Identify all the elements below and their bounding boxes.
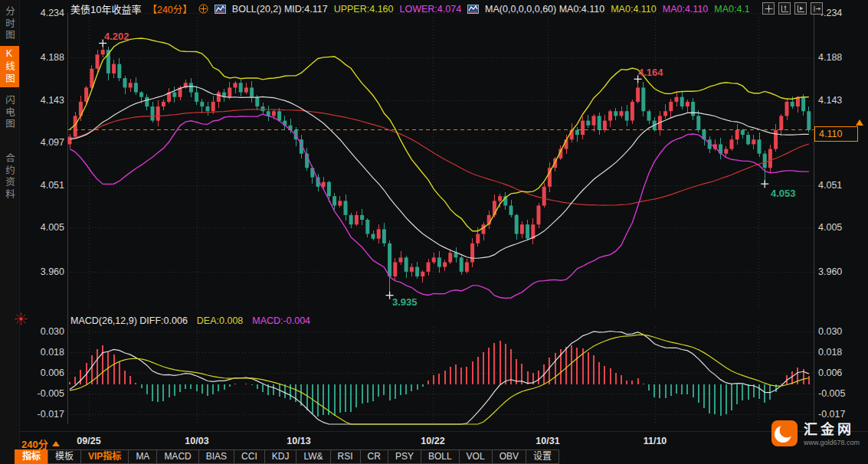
macd-dea-readout: DEA:0.008: [197, 315, 243, 326]
sidebar-item-flash-chart[interactable]: 闪电图: [0, 89, 19, 136]
price-up-arrow-icon: [856, 119, 863, 126]
date-label: 10/22: [412, 436, 454, 446]
tab-vip-indicators[interactable]: VIP指标: [80, 449, 129, 464]
ma-indicator-icon: [467, 5, 479, 14]
tab-psy[interactable]: PSY: [388, 449, 421, 464]
date-label: 10/13: [278, 436, 319, 446]
tab-kdj[interactable]: KDJ: [264, 449, 297, 464]
price-label: 4.097: [23, 136, 64, 149]
ma-readout: MA(0,0,0,0,0,60) MA0:4.110: [485, 4, 604, 15]
macd-diff-readout: MACD(26,12,9) DIFF:0.006: [70, 315, 188, 326]
macd-label: 0.018: [23, 346, 64, 358]
price-label: 4.051: [23, 179, 64, 191]
tab-vol[interactable]: VOL: [459, 449, 493, 464]
boll-upper-readout: UPPER:4.160: [334, 4, 394, 15]
tab-bias[interactable]: BIAS: [198, 449, 234, 464]
price-label: 4.005: [818, 221, 860, 234]
price-label: 4.234: [818, 7, 860, 19]
macd-label: -0.005: [818, 387, 860, 400]
tab-lw[interactable]: LW&: [296, 449, 330, 464]
period-tag: 【240分】: [147, 2, 192, 16]
tab-boll[interactable]: BOLL: [421, 449, 460, 464]
date-label: 11/10: [634, 436, 676, 446]
tab-rsi[interactable]: RSI: [330, 449, 361, 464]
site-logo: 汇金网 www.gold678.com: [771, 420, 860, 450]
boll-readout: BOLL(20,2) MID:4.117: [232, 4, 328, 15]
boll-lower-readout: LOWER:4.074: [400, 4, 462, 15]
date-label: 10/31: [527, 436, 568, 446]
macd-label: 0.006: [23, 367, 64, 379]
axis-zoom-up-icon[interactable]: [778, 2, 791, 15]
macd-label: 0.030: [818, 325, 860, 338]
exit-right-icon[interactable]: [811, 2, 823, 15]
tab-obv[interactable]: OBV: [492, 449, 526, 464]
tab-indicators[interactable]: 指标: [15, 449, 48, 464]
divider-xaxis: [0, 431, 868, 432]
axis-scroll-right-icon[interactable]: [794, 2, 807, 15]
macd-label: 0.018: [818, 346, 860, 358]
price-label: 4.143: [818, 94, 860, 106]
sidebar: 分时图 K线图 闪电图 合约资料: [0, 0, 20, 464]
boll-indicator-icon: [215, 5, 226, 14]
tab-settings[interactable]: 设置: [526, 449, 559, 464]
sidebar-item-time-chart[interactable]: 分时图: [0, 3, 19, 44]
high-annotation-4202: 4.202: [104, 31, 129, 42]
tab-ma[interactable]: MA: [128, 449, 157, 464]
tab-cci[interactable]: CCI: [234, 449, 265, 464]
trading-app-window: 分时图 K线图 闪电图 合约资料 美债10年收益率 【240分】 BOLL(20…: [0, 0, 868, 464]
ma-magenta-readout: MA0:4.110: [663, 4, 709, 15]
chart-canvas[interactable]: [0, 0, 868, 464]
current-price-badge: 4.110: [814, 126, 858, 142]
price-label: 4.005: [23, 221, 64, 234]
price-label: 4.143: [23, 94, 64, 106]
price-label: 3.960: [23, 266, 64, 278]
high-annotation-4164: 4.164: [638, 67, 663, 78]
low-annotation-3935: 3.935: [392, 296, 418, 308]
symbol-title: 美债10年收益率: [70, 2, 141, 16]
price-label: 4.188: [23, 51, 64, 64]
ma-yellow-readout: MA0:4.110: [611, 4, 657, 15]
ma-green-readout: MA0:4.1: [714, 4, 750, 15]
low-annotation-4053: 4.053: [771, 188, 796, 199]
macd-header: MACD(26,12,9) DIFF:0.006 DEA:0.008 MACD:…: [70, 315, 310, 326]
macd-label: -0.017: [23, 408, 64, 420]
date-label: 09/25: [68, 436, 110, 446]
indicator-toolbar: 指标 模板 VIP指标 MA MACD BIAS CCI KDJ LW& RSI…: [15, 449, 559, 464]
tab-templates[interactable]: 模板: [47, 449, 81, 464]
chart-header: 美债10年收益率 【240分】 BOLL(20,2) MID:4.117 UPP…: [70, 2, 750, 15]
tab-cr[interactable]: CR: [360, 449, 388, 464]
crescent-logo-icon: [771, 420, 798, 450]
macd-label: -0.005: [23, 387, 64, 400]
tab-macd[interactable]: MACD: [156, 449, 198, 464]
sidebar-item-kline-chart[interactable]: K线图: [0, 46, 19, 87]
period-up-triangle-icon: [52, 441, 60, 446]
date-label: 10/03: [176, 436, 218, 446]
macd-label: 0.030: [23, 325, 64, 338]
chart-tool-buttons: [762, 2, 823, 15]
alert-sun-icon: [15, 312, 28, 328]
price-label: 4.051: [818, 179, 860, 191]
logo-site-url: www.gold678.com: [804, 439, 860, 447]
sidebar-item-contract-info[interactable]: 合约资料: [0, 142, 19, 211]
add-indicator-icon[interactable]: [198, 4, 208, 14]
price-label: 3.960: [818, 266, 860, 278]
macd-bar-readout: MACD:-0.004: [252, 315, 310, 326]
macd-label: 0.006: [818, 367, 860, 379]
price-label: 4.188: [818, 51, 860, 64]
crosshair-move-icon[interactable]: [762, 2, 775, 15]
logo-name: 汇金网: [804, 423, 860, 438]
price-label: 4.234: [23, 7, 64, 19]
macd-label: -0.017: [818, 408, 860, 420]
